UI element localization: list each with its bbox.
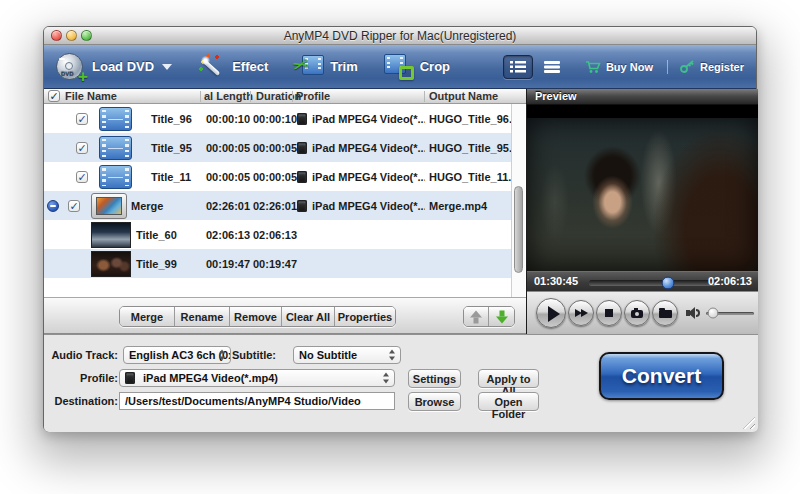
load-dvd-button[interactable]: DVD+ Load DVD xyxy=(56,52,172,82)
row-checkbox[interactable]: ✓ xyxy=(76,142,88,154)
cart-icon xyxy=(585,60,601,74)
total-length: 00:19:47 xyxy=(206,258,252,270)
output-settings-panel: Audio Track: English AC3 6ch (0x Subtitl… xyxy=(44,334,758,432)
caret-down-icon xyxy=(162,64,172,70)
video-clip-icon xyxy=(99,107,132,131)
subtitle-label: Subtitle: xyxy=(214,349,276,361)
properties-button[interactable]: Properties xyxy=(335,307,395,326)
merge-thumbnail-icon xyxy=(91,193,127,219)
trim-label: Trim xyxy=(330,59,357,74)
total-length: 00:00:10 xyxy=(206,113,252,125)
table-row[interactable]: ✓Merge02:26:0102:26:01iPad MPEG4 Video(*… xyxy=(44,191,512,220)
crop-button[interactable]: Crop xyxy=(384,54,450,80)
subtitle-select[interactable]: No Subtitle xyxy=(293,346,401,364)
destination-input[interactable]: /Users/test/Documents/AnyMP4 Studio/Vide… xyxy=(119,392,395,410)
col-output-name[interactable]: Output Name xyxy=(429,90,498,102)
playback-controls xyxy=(527,291,758,334)
magic-wand-icon xyxy=(198,53,226,81)
row-checkbox[interactable]: ✓ xyxy=(76,113,88,125)
down-arrow-icon xyxy=(496,310,508,323)
duration: 00:19:47 xyxy=(253,258,299,270)
scrollbar-track[interactable] xyxy=(511,104,525,297)
open-snapshot-folder-button[interactable] xyxy=(652,300,678,326)
volume-knob[interactable] xyxy=(707,308,718,319)
effect-button[interactable]: Effect xyxy=(198,53,268,81)
duration: 02:26:01 xyxy=(253,200,299,212)
clear-all-button[interactable]: Clear All xyxy=(282,307,335,326)
profile-cell: iPad MPEG4 Video(*.... xyxy=(297,113,425,125)
window-title: AnyMP4 DVD Ripper for Mac(Unregistered) xyxy=(44,29,756,43)
trim-scissors-icon: ✂ xyxy=(294,54,324,80)
movie-scene xyxy=(527,118,758,271)
duration: 02:06:13 xyxy=(253,229,299,241)
open-folder-button[interactable]: Open Folder xyxy=(478,392,539,411)
output-name: HUGO_Title_95.m... xyxy=(429,142,517,154)
browse-button[interactable]: Browse xyxy=(408,392,461,411)
video-clip-icon xyxy=(99,136,132,160)
buy-now-button[interactable]: Buy Now xyxy=(585,60,653,74)
total-length: 02:26:01 xyxy=(206,200,252,212)
table-row[interactable]: Title_6002:06:1302:06:13 xyxy=(44,220,512,249)
key-icon xyxy=(680,60,695,73)
col-total-length[interactable]: al Length xyxy=(204,90,253,102)
merge-button[interactable]: Merge xyxy=(120,307,175,326)
apply-to-all-button[interactable]: Apply to All xyxy=(478,369,539,388)
col-file-name[interactable]: File Name xyxy=(65,90,117,102)
crop-icon xyxy=(384,54,414,80)
col-profile[interactable]: Profile xyxy=(296,90,330,102)
snapshot-button[interactable] xyxy=(624,300,650,326)
folder-icon xyxy=(659,310,672,318)
crop-label: Crop xyxy=(420,59,450,74)
header-checkbox[interactable]: ✓ xyxy=(48,90,60,102)
trim-button[interactable]: ✂ Trim xyxy=(294,54,357,80)
destination-label: Destination: xyxy=(44,395,118,407)
file-name: Merge xyxy=(131,200,163,212)
camera-icon xyxy=(631,310,643,318)
dvd-disc-icon: DVD+ xyxy=(56,52,86,82)
fast-forward-button[interactable] xyxy=(568,300,594,326)
profile-select[interactable]: iPad MPEG4 Video(*.mp4) xyxy=(119,369,395,387)
profile-cell: iPad MPEG4 Video(*.... xyxy=(297,142,425,154)
video-frame xyxy=(527,105,758,271)
settings-button[interactable]: Settings xyxy=(408,369,461,388)
device-icon xyxy=(125,372,135,384)
total-length: 00:00:05 xyxy=(206,142,252,154)
progress-knob[interactable] xyxy=(662,276,675,289)
duration: 00:00:10 xyxy=(253,113,299,125)
file-list-panel: ✓ File Name al Length Duration Profile O… xyxy=(44,89,526,334)
table-row[interactable]: ✓Title_9600:00:1000:00:10iPad MPEG4 Vide… xyxy=(44,104,512,133)
table-row[interactable]: ✓Title_1100:00:0500:00:05iPad MPEG4 Vide… xyxy=(44,162,512,191)
rename-button[interactable]: Rename xyxy=(175,307,230,326)
row-checkbox[interactable]: ✓ xyxy=(68,200,80,212)
row-checkbox[interactable]: ✓ xyxy=(76,171,88,183)
remove-button[interactable]: Remove xyxy=(230,307,282,326)
stepper-icon xyxy=(389,350,396,361)
stop-button[interactable] xyxy=(596,300,622,326)
register-button[interactable]: Register xyxy=(680,60,744,73)
play-button[interactable] xyxy=(536,298,566,328)
detail-view-icon xyxy=(509,60,527,74)
table-row[interactable]: ✓Title_9500:00:0500:00:05iPad MPEG4 Vide… xyxy=(44,133,512,162)
detail-view-toggle[interactable] xyxy=(503,55,533,79)
convert-button[interactable]: Convert xyxy=(599,352,724,400)
scrollbar-thumb[interactable] xyxy=(514,186,523,273)
device-icon xyxy=(297,200,307,212)
volume-slider[interactable] xyxy=(706,312,754,315)
video-thumbnail xyxy=(91,222,131,248)
col-duration[interactable]: Duration xyxy=(256,90,301,102)
device-icon xyxy=(297,171,307,183)
file-name: Title_11 xyxy=(151,171,191,183)
list-view-toggle[interactable] xyxy=(537,55,567,79)
device-icon xyxy=(297,142,307,154)
stepper-icon xyxy=(383,373,390,384)
collapse-icon[interactable] xyxy=(47,200,59,212)
resize-grip[interactable] xyxy=(743,417,755,429)
move-down-button[interactable] xyxy=(489,307,514,326)
move-up-button[interactable] xyxy=(464,307,489,326)
progress-slider[interactable] xyxy=(589,280,717,285)
video-thumbnail xyxy=(91,251,131,277)
table-row[interactable]: Title_9900:19:4700:19:47 xyxy=(44,249,512,278)
output-name: HUGO_Title_11.m... xyxy=(429,171,517,183)
list-button-bar: Merge Rename Remove Clear All Properties xyxy=(44,297,526,334)
toolbar-separator xyxy=(667,60,668,74)
